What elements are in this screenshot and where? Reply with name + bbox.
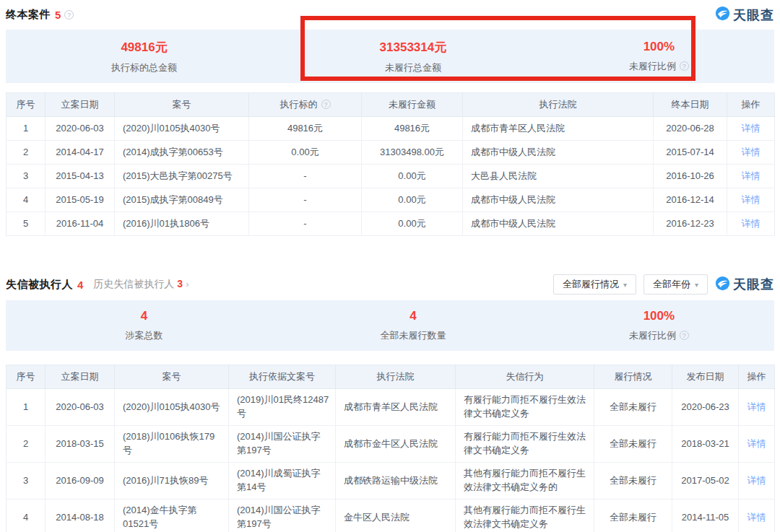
cell-seq: 1 (6, 117, 46, 141)
cell-publish-date: 2020-06-23 (672, 389, 739, 426)
cell-seq: 5 (6, 212, 46, 236)
detail-link[interactable]: 详情 (748, 401, 766, 412)
table-row: 5 2016-11-04 (2016)川01执1806号 - 0.00元 成都市… (6, 212, 775, 236)
col-action: 操作 (727, 93, 775, 117)
cell-case-no: (2016)川01执1806号 (115, 212, 249, 236)
table-row: 1 2020-06-03 (2020)川0105执4030号 (2019)川01… (6, 389, 775, 426)
dishonest-debtors-header: 失信被执行人 4 历史失信被执行人3› 全部履行情况▾ 全部年份▾ 天眼查 (6, 269, 774, 295)
stat-unfulfilled-ratio: 100% 未履行比例? (544, 309, 774, 342)
page: 终本案件 5 ? 天眼查 49816元 执行标的总金额 31353314元 未履… (0, 0, 780, 532)
col-exec-target: 执行标的? (249, 93, 362, 117)
cell-action: 详情 (727, 212, 775, 236)
final-cases-summary-banner: 49816元 执行标的总金额 31353314元 未履行总金额 100% 未履行… (6, 30, 774, 83)
help-icon[interactable]: ? (64, 10, 74, 19)
fulfillment-filter-dropdown[interactable]: 全部履行情况▾ (553, 274, 636, 295)
cell-end-date: 2015-07-14 (654, 141, 727, 165)
col-unfulfilled-amount: 未履行金额 (362, 93, 463, 117)
cell-court: 成都市中级人民法院 (463, 141, 654, 165)
cell-case-no: (2020)川0105执4030号 (115, 117, 249, 141)
tianyancha-logo-icon (715, 276, 730, 294)
cell-seq: 1 (6, 389, 46, 426)
year-filter-dropdown[interactable]: 全部年份▾ (644, 274, 708, 295)
cell-filing-date: 2016-09-09 (46, 463, 115, 500)
table-row: 2 2014-04-17 (2014)成执字第00653号 0.00元 3130… (6, 141, 775, 165)
cell-end-date: 2016-10-26 (654, 165, 727, 188)
help-icon[interactable]: ? (680, 331, 689, 340)
cell-case-no: (2016)川71执恢89号 (115, 463, 229, 500)
col-seq: 序号 (6, 365, 46, 389)
cell-unfulfilled-amount: 0.00元 (362, 212, 463, 236)
col-court: 执行法院 (336, 365, 456, 389)
cell-seq: 2 (6, 141, 46, 165)
detail-link[interactable]: 详情 (742, 170, 760, 181)
col-filing-date: 立案日期 (46, 93, 115, 117)
cell-filing-date: 2015-04-13 (46, 165, 115, 188)
brand-logo: 天眼查 (715, 6, 774, 24)
cell-publish-date: 2017-05-02 (672, 463, 739, 500)
stat-unfulfilled-ratio: 100% 未履行比例? (544, 40, 774, 73)
table-row: 4 2015-05-19 (2015)成执字第00849号 - 0.00元 成都… (6, 188, 775, 212)
cell-dishonest-behavior: 有履行能力而拒不履行生效法律文书确定义务 (456, 389, 594, 426)
cell-exec-target: - (249, 165, 362, 188)
detail-link[interactable]: 详情 (748, 438, 766, 449)
cell-action: 详情 (739, 463, 775, 500)
table-header-row: 序号 立案日期 案号 执行标的? 未履行金额 执行法院 终本日期 操作 (6, 93, 775, 117)
cell-fulfillment-status: 全部未履行 (594, 389, 672, 426)
section-count-badge: 5 (55, 9, 61, 21)
cell-court: 成都市中级人民法院 (463, 188, 654, 212)
cell-court: 成都铁路运输中级法院 (336, 463, 456, 500)
cell-court: 成都市青羊区人民法院 (463, 117, 654, 141)
cell-case-no: (2014)成执字第00653号 (115, 141, 249, 165)
cell-seq: 2 (6, 426, 46, 463)
cell-action: 详情 (727, 117, 775, 141)
col-publish-date: 发布日期 (672, 365, 739, 389)
cell-filing-date: 2015-05-19 (46, 188, 115, 212)
cell-case-no: (2015)大邑执字第00275号 (115, 165, 249, 188)
cell-end-date: 2016-12-14 (654, 188, 727, 212)
detail-link[interactable]: 详情 (742, 123, 760, 134)
table-row: 1 2020-06-03 (2020)川0105执4030号 49816元 49… (6, 117, 775, 141)
cell-basis-doc-no: (2014)川国公证执字第197号 (229, 500, 336, 532)
cell-filing-date: 2020-06-03 (46, 117, 115, 141)
brand-logo: 天眼查 (715, 276, 774, 294)
cell-action: 详情 (739, 389, 775, 426)
section-count-badge: 4 (77, 279, 83, 291)
cell-exec-target: - (249, 188, 362, 212)
cell-court: 大邑县人民法院 (463, 165, 654, 188)
detail-link[interactable]: 详情 (742, 147, 760, 157)
help-icon[interactable]: ? (321, 100, 331, 109)
col-dishonest-behavior: 失信行为 (456, 365, 594, 389)
cell-publish-date: 2018-03-21 (672, 426, 739, 463)
cell-end-date: 2016-12-23 (654, 212, 727, 236)
cell-dishonest-behavior: 有履行能力而拒不履行生效法律文书确定义务 (456, 426, 594, 463)
cell-dishonest-behavior: 其他有履行能力而拒不履行生效法律文书确定义务 (456, 500, 594, 532)
cell-action: 详情 (727, 188, 775, 212)
cell-exec-target: - (249, 212, 362, 236)
cell-basis-doc-no: (2014)川成蜀证执字第14号 (229, 463, 336, 500)
history-dishonest-link[interactable]: 历史失信被执行人3› (93, 278, 188, 291)
detail-link[interactable]: 详情 (748, 512, 766, 523)
detail-link[interactable]: 详情 (742, 194, 760, 205)
detail-link[interactable]: 详情 (742, 218, 760, 229)
cell-filing-date: 2020-06-03 (46, 389, 115, 426)
cell-seq: 4 (6, 188, 46, 212)
caret-down-icon: ▾ (695, 281, 698, 289)
col-seq: 序号 (6, 93, 46, 117)
cell-fulfillment-status: 全部未履行 (594, 500, 672, 532)
col-filing-date: 立案日期 (46, 365, 115, 389)
cell-filing-date: 2014-04-17 (46, 141, 115, 165)
help-icon[interactable]: ? (680, 61, 689, 71)
cell-basis-doc-no: (2014)川国公证执字第197号 (229, 426, 336, 463)
cell-exec-target: 49816元 (249, 117, 362, 141)
cell-seq: 3 (6, 463, 46, 500)
cell-case-no: (2020)川0105执4030号 (115, 389, 229, 426)
brand-logo-text: 天眼查 (733, 6, 774, 24)
col-fulfillment-status: 履行情况 (594, 365, 672, 389)
detail-link[interactable]: 详情 (748, 475, 766, 486)
cell-action: 详情 (739, 500, 775, 532)
table-row: 3 2016-09-09 (2016)川71执恢89号 (2014)川成蜀证执字… (6, 463, 775, 500)
stat-total-cases: 4 涉案总数 (6, 309, 282, 342)
cell-case-no: (2015)成执字第00849号 (115, 188, 249, 212)
final-cases-table: 序号 立案日期 案号 执行标的? 未履行金额 执行法院 终本日期 操作 1 20… (6, 92, 775, 236)
cell-filing-date: 2016-11-04 (46, 212, 115, 236)
